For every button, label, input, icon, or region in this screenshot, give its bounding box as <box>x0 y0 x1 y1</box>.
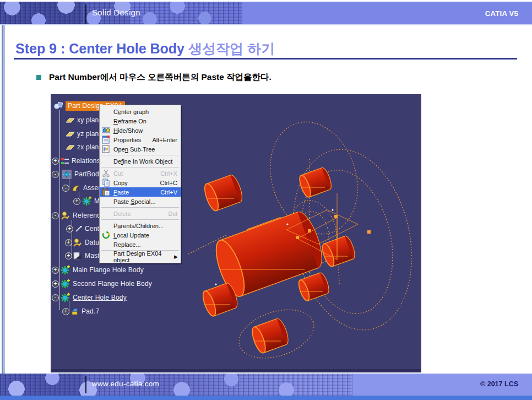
collapse-icon[interactable]: - <box>52 294 59 301</box>
page-title-english: Step 9 : Center Hole Body <box>15 41 184 56</box>
expand-icon[interactable]: + <box>62 308 69 315</box>
tree-item-xy-plane[interactable]: xy plane <box>64 115 102 126</box>
menu-separator <box>101 167 179 167</box>
menu-separator <box>101 219 179 220</box>
plane-icon <box>64 117 75 123</box>
tree-item-label: Referenc <box>73 212 100 219</box>
menu-item-copy[interactable]: CopyCtrl+C <box>100 178 181 187</box>
expand-icon[interactable]: + <box>66 225 73 233</box>
tree-item-zx-plane[interactable]: zx plane <box>64 142 102 153</box>
menu-item-label: Properties <box>113 137 141 143</box>
footer-copyright: © 2017 LCS <box>480 380 518 388</box>
catia-viewport[interactable]: Part Design EX04xy planeyz planezx plane… <box>51 94 421 372</box>
relations-icon <box>61 157 69 165</box>
menu-item-properties[interactable]: PropertiesAlt+Enter <box>100 135 181 144</box>
collapse-icon[interactable]: - <box>52 212 59 219</box>
page-title-korean: 생성작업 하기 <box>184 41 275 56</box>
local-update-icon <box>102 231 110 239</box>
tree-item-relations[interactable]: +Relations <box>61 155 100 166</box>
menu-item-replace[interactable]: Replace... <box>100 240 181 249</box>
menu-item-reframe-on[interactable]: Reframe On <box>100 116 181 126</box>
menu-item-label: Open Sub-Tree <box>113 146 155 153</box>
tree-item-label: PartBody <box>74 170 102 178</box>
menu-item-local-update[interactable]: Local Update <box>100 230 181 240</box>
expand-icon[interactable]: + <box>52 267 59 274</box>
tree-item-label: Relations <box>72 157 100 165</box>
body-icon <box>59 293 70 303</box>
header-left-label: Solid Design <box>92 8 140 17</box>
tree-item-partbody[interactable]: -PartBody <box>61 169 102 180</box>
copy-icon <box>102 179 110 187</box>
header-divider-line <box>85 4 86 24</box>
tree-item-yz-plane[interactable]: yz plane <box>64 128 102 139</box>
menu-item-define-in-work-object[interactable]: Define In Work Object <box>100 156 181 166</box>
footer-decorative-pattern <box>0 374 352 396</box>
menu-item-open-sub-tree[interactable]: Open Sub-Tree <box>100 144 181 154</box>
menu-item-hide-show[interactable]: Hide/Show <box>100 126 181 135</box>
boolean-icon <box>71 183 81 192</box>
menu-separator <box>101 207 179 208</box>
page-title: Step 9 : Center Hole Body 생성작업 하기 <box>15 40 275 58</box>
collapse-icon[interactable]: - <box>62 185 69 192</box>
geoset-icon <box>61 211 70 220</box>
menu-item-label: Reframe On <box>113 118 146 125</box>
menu-item-label: Copy <box>113 180 128 186</box>
menu-item-label: Paste <box>113 189 129 196</box>
tree-item-label: Second Flange Hole Body <box>73 280 152 288</box>
partbody-icon <box>61 169 72 180</box>
menu-item-shortcut: Ctrl+C <box>156 180 177 186</box>
viewport-bottom-edge <box>51 369 421 372</box>
menu-item-shortcut: Ctrl+V <box>156 189 177 196</box>
menu-item-label: Center graph <box>113 109 149 115</box>
menu-item-label: Cut <box>113 170 123 177</box>
menu-item-shortcut: Ctrl+X <box>156 170 177 177</box>
footer-bar: www.edu-catia.com © 2017 LCS <box>0 374 532 396</box>
menu-item-paste-special[interactable]: Paste Special... <box>100 197 181 206</box>
expand-icon[interactable]: + <box>52 158 59 165</box>
body-icon <box>59 265 70 275</box>
tree-item-label: Center Hole Body <box>73 294 127 301</box>
menu-item-label: Parents/Children... <box>113 223 164 229</box>
collapse-icon[interactable]: - <box>52 171 59 178</box>
tree-item-second-flange-hole-body[interactable]: +Second Flange Hole Body <box>58 278 152 289</box>
pad-icon <box>70 307 79 316</box>
master-icon <box>73 251 83 260</box>
tree-item-center-hole-body[interactable]: -Center Hole Body <box>58 292 127 303</box>
plane-icon <box>64 144 75 150</box>
tree-item-label: Main Flange Hole Body <box>73 266 144 274</box>
footer-site-url: www.edu-catia.com <box>92 380 159 388</box>
menu-item-delete: DeleteDel <box>100 209 181 218</box>
expand-icon[interactable]: + <box>73 198 80 205</box>
header-right-label: CATIA V5 <box>485 9 518 18</box>
header-bar: Solid Design CATIA V5 <box>0 2 532 24</box>
hide-show-icon <box>102 126 110 134</box>
menu-item-center-graph[interactable]: Center graph <box>100 107 181 116</box>
expand-icon[interactable]: + <box>65 239 72 246</box>
tree-item-pad-7[interactable]: +Pad.7 <box>70 306 99 317</box>
menu-item-label: Delete <box>113 210 131 217</box>
menu-item-shortcut: Del <box>164 210 177 217</box>
menu-item-label: Local Update <box>113 232 149 239</box>
menu-item-shortcut: Alt+Enter <box>148 137 177 143</box>
cut-icon <box>102 169 110 177</box>
menu-item-label: Paste Special... <box>113 198 155 205</box>
menu-separator <box>101 155 179 155</box>
tree-item-referenc[interactable]: -Referenc <box>61 210 100 221</box>
slide-left-border <box>0 25 5 374</box>
footer-divider-line <box>85 376 86 393</box>
plane-icon <box>64 131 75 137</box>
bullet-text: Part Number에서 마우스 오른쪽버튼의 Paste 작업을한다. <box>49 72 272 83</box>
open-subtree-icon <box>102 145 110 153</box>
menu-item-part-design-ex04-object[interactable]: Part Design EX04 object▶ <box>100 252 181 261</box>
expand-icon[interactable]: + <box>65 252 72 260</box>
menu-item-paste[interactable]: PasteCtrl+V <box>100 187 181 197</box>
paste-icon <box>102 188 110 196</box>
tree-item-label: Pad.7 <box>82 307 99 315</box>
tree-item-main-flange-hole-body[interactable]: +Main Flange Hole Body <box>58 264 144 275</box>
menu-item-parents-children[interactable]: Parents/Children... <box>100 221 181 230</box>
expand-icon[interactable]: + <box>52 280 59 288</box>
context-menu: Center graphReframe OnHide/ShowPropertie… <box>99 105 181 263</box>
sketch-icon <box>75 225 83 233</box>
properties-icon <box>102 136 110 144</box>
menu-item-label: Part Design EX04 object <box>113 250 177 263</box>
